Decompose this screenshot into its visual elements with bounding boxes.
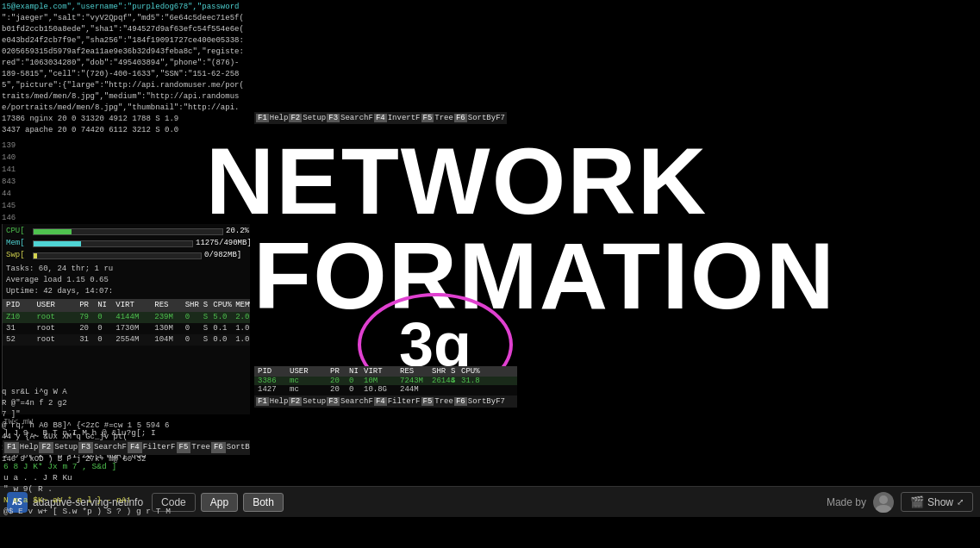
avatar-image <box>873 492 894 513</box>
show-button[interactable]: 🎬 Show ⤢ <box>901 492 973 512</box>
show-button-icon: 🎬 <box>910 495 924 508</box>
terminal-htop-panel: CPU[ 20.2%] Mem[ 11275/490MB] Swp[ <box>2 224 250 414</box>
made-by-label: Made by <box>827 496 866 508</box>
show-button-label: Show <box>927 496 953 508</box>
terminal-background: 15@example.com","username":"purpledog678… <box>0 0 980 517</box>
svg-point-0 <box>879 495 888 504</box>
expand-icon: ⤢ <box>957 497 964 507</box>
svg-point-1 <box>876 505 891 513</box>
terminal-left-col: 15@example.com","username":"purpledog678… <box>0 0 250 517</box>
taskbar-right: Made by 🎬 Show ⤢ <box>827 492 973 513</box>
author-avatar <box>873 492 894 513</box>
